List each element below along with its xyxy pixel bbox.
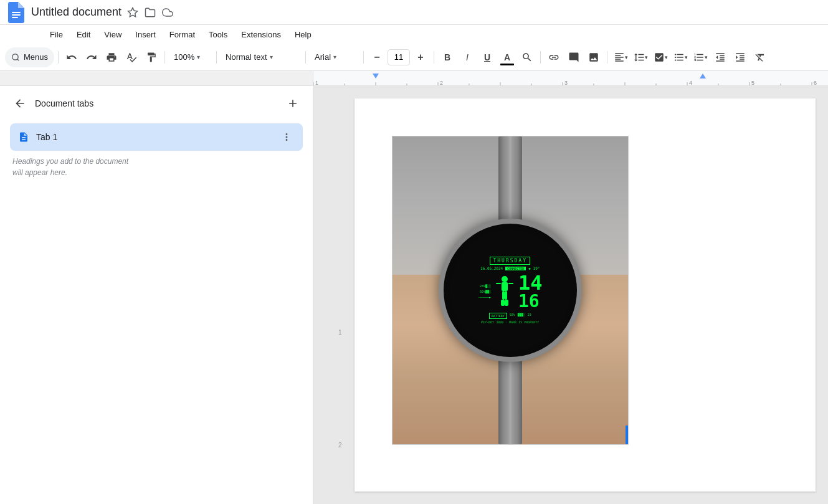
spellcheck-button[interactable] xyxy=(122,48,141,67)
separator-2 xyxy=(164,51,165,64)
link-button[interactable] xyxy=(545,48,563,67)
sidebar-back-button[interactable] xyxy=(10,93,30,113)
underline-label: U xyxy=(484,52,490,62)
sidebar-title: Document tabs xyxy=(35,98,283,108)
highlight-icon xyxy=(521,52,533,63)
watch-date: 16.05.2024 CONNECTED ◆ 19° xyxy=(480,266,540,270)
print-icon xyxy=(106,52,117,63)
menu-bar: File Edit View Insert Format Tools Exten… xyxy=(0,25,828,44)
svg-rect-35 xyxy=(505,291,507,300)
align-icon xyxy=(614,52,625,63)
add-tab-button[interactable] xyxy=(283,93,303,113)
menu-file[interactable]: File xyxy=(44,27,69,42)
undo-button[interactable] xyxy=(62,48,81,67)
text-color-button[interactable]: A xyxy=(498,48,516,67)
decrease-indent-button[interactable] xyxy=(711,48,730,67)
checklist-icon xyxy=(654,52,665,63)
italic-button[interactable]: I xyxy=(458,48,477,67)
add-icon xyxy=(287,97,299,110)
menu-tools[interactable]: Tools xyxy=(202,27,234,42)
ruler-ticks-svg: 1 2 3 4 5 6 xyxy=(313,71,828,85)
svg-rect-37 xyxy=(505,300,508,306)
search-icon xyxy=(11,53,20,62)
move-to-folder-button[interactable] xyxy=(143,5,158,20)
watch-minute: 16 xyxy=(518,293,543,310)
increase-indent-button[interactable] xyxy=(731,48,749,67)
font-size-input[interactable] xyxy=(388,49,410,65)
bullet-list-icon xyxy=(673,52,685,63)
checklist-button[interactable]: ▾ xyxy=(651,48,670,67)
menu-help[interactable]: Help xyxy=(288,27,318,42)
ruler-sidebar-space xyxy=(0,71,313,85)
line-spacing-button[interactable]: ▾ xyxy=(631,48,650,67)
image-selection-handle[interactable] xyxy=(626,426,628,444)
menu-extensions[interactable]: Extensions xyxy=(235,27,287,42)
separator-4 xyxy=(305,51,306,64)
watch-face-content: THURSDAY 16.05.2024 CONNECTED ◆ 19° 24%▓… xyxy=(444,224,577,357)
menus-button[interactable]: Menus xyxy=(5,47,54,67)
comment-button[interactable] xyxy=(564,48,583,67)
main-layout: Document tabs Tab 1 Headings you a xyxy=(0,86,828,504)
increase-font-button[interactable]: + xyxy=(411,48,430,67)
decrease-font-button[interactable]: − xyxy=(368,48,386,67)
watch-footer-stats: PIP-BOY 3000 · MARK IV PROPERTY xyxy=(481,320,539,324)
svg-rect-34 xyxy=(502,291,505,300)
paint-format-button[interactable] xyxy=(142,48,161,67)
star-icon xyxy=(127,7,138,18)
ruler: 1 2 3 4 5 6 xyxy=(0,71,828,86)
title-bar: Untitled document xyxy=(0,0,828,25)
watch-crown xyxy=(578,284,582,297)
align-button[interactable]: ▾ xyxy=(611,48,630,67)
tab-1-icon xyxy=(17,131,30,143)
link-icon xyxy=(548,52,559,63)
watch-stats: 24%▓░░ 92%▓▓░ -─────► xyxy=(478,283,491,300)
line-spacing-icon xyxy=(634,52,645,63)
zoom-dropdown[interactable]: 100% ▾ xyxy=(169,48,212,67)
clear-format-button[interactable] xyxy=(751,48,769,67)
image-button[interactable] xyxy=(584,48,603,67)
doc-title-row: Untitled document xyxy=(31,5,821,20)
title-icons xyxy=(125,5,175,20)
menu-view[interactable]: View xyxy=(98,27,128,42)
decrease-indent-icon xyxy=(715,52,726,63)
document-page: THURSDAY 16.05.2024 CONNECTED ◆ 19° 24%▓… xyxy=(355,98,816,492)
watch-face: THURSDAY 16.05.2024 CONNECTED ◆ 19° 24%▓… xyxy=(439,219,582,362)
folder-icon xyxy=(145,7,156,18)
tab-1-more-button[interactable] xyxy=(278,128,295,146)
sidebar-header: Document tabs xyxy=(10,93,303,113)
underline-button[interactable]: U xyxy=(478,48,497,67)
image-container[interactable]: THURSDAY 16.05.2024 CONNECTED ◆ 19° 24%▓… xyxy=(392,136,778,445)
menu-edit[interactable]: Edit xyxy=(70,27,97,42)
vertical-ruler: 1 2 3 4 5 xyxy=(338,98,350,492)
separator-7 xyxy=(540,51,541,64)
font-dropdown[interactable]: Arial ▾ xyxy=(310,48,359,67)
paint-format-icon xyxy=(146,52,157,63)
tab-1-item[interactable]: Tab 1 xyxy=(10,123,303,151)
title-bar-center: Untitled document xyxy=(31,5,821,20)
back-arrow-icon xyxy=(14,97,26,110)
watch-image[interactable]: THURSDAY 16.05.2024 CONNECTED ◆ 19° 24%▓… xyxy=(392,136,629,445)
text-color-indicator xyxy=(500,64,514,65)
doc-title[interactable]: Untitled document xyxy=(31,6,121,19)
print-button[interactable] xyxy=(102,48,121,67)
numbered-list-button[interactable]: ▾ xyxy=(691,48,710,67)
cloud-save-button[interactable] xyxy=(160,5,175,20)
style-dropdown[interactable]: Normal text ▾ xyxy=(221,48,302,67)
star-button[interactable] xyxy=(125,5,140,20)
bold-label: B xyxy=(444,52,450,62)
increase-indent-icon xyxy=(735,52,746,63)
watch-middle-row: 24%▓░░ 92%▓▓░ -─────► xyxy=(478,273,543,310)
bullet-list-button[interactable]: ▾ xyxy=(671,48,690,67)
svg-rect-0 xyxy=(12,12,21,13)
separator-5 xyxy=(363,51,364,64)
bold-button[interactable]: B xyxy=(438,48,457,67)
menu-format[interactable]: Format xyxy=(163,27,201,42)
watch-day: THURSDAY xyxy=(490,257,530,265)
pipboy-figure-icon xyxy=(493,275,516,308)
separator-1 xyxy=(58,51,59,64)
redo-button[interactable] xyxy=(82,48,101,67)
menu-insert[interactable]: Insert xyxy=(129,27,162,42)
document-area[interactable]: 1 2 3 4 5 xyxy=(313,86,828,504)
decrease-font-icon: − xyxy=(374,52,379,63)
highlight-button[interactable] xyxy=(518,48,536,67)
